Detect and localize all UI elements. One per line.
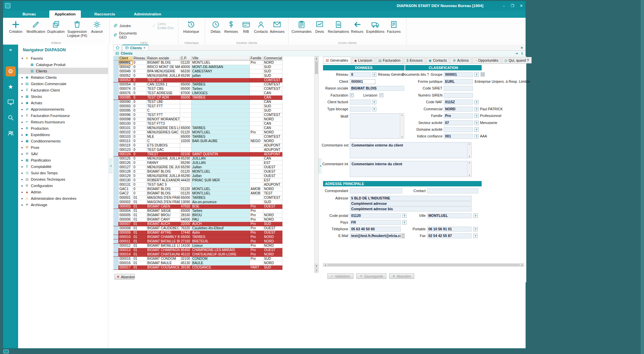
table-row[interactable]: 000049 0 BPA MENUISERIE 66330 CABESTANY …	[113, 69, 319, 74]
table-row[interactable]: 000003 01 BIGMAT CAEN 47550 BOE Pro OUES…	[113, 204, 319, 209]
close-tab-icon[interactable]: ✕	[143, 46, 146, 50]
table-row[interactable]: 000085 0 TEST CP ADR 65000 TARBES CAN	[113, 96, 319, 100]
expander-arrow-icon[interactable]: ▸	[20, 139, 24, 143]
fax-field[interactable]: 02 54 42 55 87	[427, 233, 472, 238]
table-row[interactable]: 000124 0 TREST 02100 SAINT QUENTIN ADUPO…	[113, 152, 319, 157]
livraison-checkbox[interactable]	[379, 93, 383, 97]
table-row[interactable]: 000123 0 TEST GAC ADUPONT	[113, 148, 319, 152]
expander-arrow-icon[interactable]: ▸	[20, 197, 24, 200]
scroll-right-icon[interactable]: ▸	[520, 263, 524, 267]
table-row[interactable]: 000096 0 TEST FTT COMTEST	[113, 113, 319, 117]
detail-tab[interactable]: ◔ Opportunités	[472, 57, 501, 63]
expander-arrow-icon[interactable]: ▸	[20, 114, 24, 117]
duplication-button[interactable]: Duplication	[46, 19, 66, 34]
email-spinner[interactable]	[401, 233, 405, 238]
expander-arrow-icon[interactable]: ▸	[20, 101, 24, 105]
contacts-button[interactable]: Contacts	[253, 19, 269, 34]
table-row[interactable]: 000074 0 TEST CBS 65000 Tarbes COMTEST	[113, 87, 319, 91]
table-row[interactable]: 000006 01 BIGMAT CANY 64000 PAU Pro NORD	[113, 218, 319, 222]
adresses-button[interactable]: Adresses	[269, 19, 285, 34]
table-row[interactable]: 000125 0 MENUISERIE JUILLANAIS 65290 JUI…	[113, 157, 319, 161]
table-row[interactable]: 000093 0 TEST FTT SUD	[113, 104, 319, 109]
nav-tree-item[interactable]: ▸ ◷ Suivi des Temps	[18, 170, 108, 176]
table-row[interactable]: 000007 01 BIGMAT AUCH 32000 AUCH Pro SUD	[113, 222, 319, 226]
code-postal-field[interactable]: 01120	[350, 213, 401, 218]
commentaire-int-textarea[interactable]: Commentaire interne du client	[350, 161, 472, 177]
pays-field[interactable]: FR	[350, 220, 401, 225]
scroll-up-icon[interactable]: ▲	[315, 57, 318, 61]
table-row[interactable]: 000090 0 TEST LBE CAN	[113, 100, 319, 104]
nav-tree-item[interactable]: ▸ ▲ Admin	[18, 189, 108, 195]
table-row[interactable]: 000013 01 BIGMAT CHAMPAGNE-LE 85450 CHAM…	[113, 248, 319, 252]
code-siret-field[interactable]	[444, 86, 473, 91]
navigator-splitter[interactable]	[108, 45, 113, 348]
detail-tab[interactable]: $ Encours	[404, 57, 425, 63]
commandes-button[interactable]: Commandes	[291, 19, 312, 34]
code-naf-field[interactable]: 0115Z	[444, 100, 473, 105]
table-vertical-scrollbar[interactable]: ▲ ▼ ⇓	[314, 56, 319, 273]
ville-field[interactable]: MONTLUEL	[427, 213, 472, 218]
expander-arrow-icon[interactable]: ▸	[20, 178, 24, 181]
correspondant-field[interactable]	[350, 188, 402, 193]
nav-tree-item[interactable]: ▸ ▣ Conditionnements	[18, 138, 108, 144]
expand-panel-icon[interactable]: »	[521, 45, 523, 50]
nav-tree-item[interactable]: ▸ ⚒ Pose	[18, 144, 108, 151]
client-facture-help-button[interactable]: ?	[372, 100, 376, 104]
table-row[interactable]: GAC1 0 BIGMAT BLOIS 01120 MONTLUEL AMOB …	[113, 187, 319, 191]
table-row[interactable]: 000016 01 BIGMAT BAULE 45130 BAULE NORD	[113, 261, 319, 266]
table-row[interactable]: 000131 0 TEST GAC 5 ADUPONT	[113, 183, 319, 187]
table-row[interactable]: 000017 01 BIGMAT COUSANCE 39190 COUSANCE…	[113, 266, 319, 270]
ville-help-button[interactable]: ?	[473, 214, 478, 218]
table-row[interactable]: 000129 0 MENUISERIE JUILLANAIS 65290 Jui…	[113, 174, 319, 178]
header-client[interactable]: Client	[119, 56, 133, 61]
table-row[interactable]: 000076 0 TEST ADRESSE 87000 LIMOGES CAN	[113, 91, 319, 96]
indice-help-button[interactable]: ?	[474, 134, 479, 138]
nav-tree-item[interactable]: ▸ € Comptabilité	[18, 163, 108, 170]
fax-help-button[interactable]: ?	[473, 234, 478, 238]
table-row[interactable]: 000002 01 MAISONS D'EN FRANCE 13090 Aix-…	[113, 200, 319, 204]
famille-help-button[interactable]: ?	[474, 114, 479, 118]
table-row[interactable]: 000100 0 TEST FTT3 CAN	[113, 122, 319, 126]
scroll-down-icon[interactable]: ▼	[315, 264, 318, 268]
nav-tree-item[interactable]: ▸ ⇄ Approvisionnements	[18, 106, 108, 112]
detail-tab[interactable]: ◉ Contacts	[426, 57, 449, 63]
nav-tree-item[interactable]: ▸ ▤ Données Techniques	[18, 176, 108, 182]
adresse-ligne1-field[interactable]: 5 BLD DE L'INDUSTRIE	[350, 196, 472, 201]
domaine-help-button[interactable]: ?	[474, 127, 479, 132]
expander-arrow-icon[interactable]: ▸	[20, 203, 24, 206]
commentaire-ext-textarea[interactable]: Commentaire externe du client	[350, 142, 472, 158]
expander-arrow-icon[interactable]: ▸	[20, 171, 24, 175]
table-row[interactable]: GAC2 0 BIGMAT BLOIS 01120 MONTLUEL AMOB …	[113, 191, 319, 196]
telephone-field[interactable]: 05 63 40 50 60	[350, 227, 401, 232]
detail-tab[interactable]: ◷ Qui, quand ?	[502, 57, 532, 63]
adresse-ligne3-field[interactable]: Complément adresse bis	[350, 206, 472, 212]
table-abandon-button[interactable]: ✕ Abandon	[114, 274, 135, 280]
expander-arrow-icon[interactable]: ▸	[20, 133, 24, 136]
taskbar-icon[interactable]	[3, 350, 9, 353]
nav-tree-item[interactable]: ▸ ◉ Relation Clients	[18, 74, 108, 80]
modification-button[interactable]: Modification	[26, 19, 46, 34]
liens-entite-doc-button[interactable]: Liens Entité-Doc	[152, 22, 175, 30]
table-row[interactable]: 000053 0 TEST LMT COMTEST	[113, 78, 319, 82]
expander-arrow-icon[interactable]: ▸	[20, 146, 24, 149]
creation-button[interactable]: Création	[6, 19, 26, 34]
menu-tab[interactable]: Administration	[128, 10, 166, 18]
documents-ged-button[interactable]: Documents GED	[112, 31, 143, 39]
pin-panel-icon[interactable]: ⇥	[515, 51, 518, 56]
table-row[interactable]: 000098 0 BENOIT MORANDET NORD	[113, 117, 319, 122]
portable-help-button[interactable]: ?	[473, 227, 478, 231]
table-row[interactable]: 000052 0 MENUISERIE JUILLAN 65290 juilla…	[113, 74, 319, 78]
table-row[interactable]: 000119 0 ETS DUBOIS ADUPONT	[113, 143, 319, 148]
nav-tree-item[interactable]: ▥ Clients	[18, 68, 108, 74]
expander-arrow-icon[interactable]: ▸	[20, 82, 24, 85]
clients-tab[interactable]: Clients ✕	[122, 45, 149, 50]
nav-tree-item[interactable]: ▸ ▤ Gestion Commerciale	[18, 80, 108, 87]
menu-tab[interactable]: Application	[49, 10, 81, 18]
table-row[interactable]: 000008 01 BIGMAT CAUDEBEC 76320 Caudebec…	[113, 226, 319, 231]
expander-arrow-icon[interactable]: ▸	[20, 184, 24, 187]
email-field[interactable]: test@test.fr,fhoubert@elcia.co	[350, 233, 401, 238]
detail-tab[interactable]: ▤ Généralités	[323, 57, 351, 63]
type-blocage-help-button[interactable]: ?	[372, 107, 376, 111]
menu-tab[interactable]: Bureau	[17, 10, 41, 18]
client-field[interactable]: 000001	[350, 79, 375, 84]
